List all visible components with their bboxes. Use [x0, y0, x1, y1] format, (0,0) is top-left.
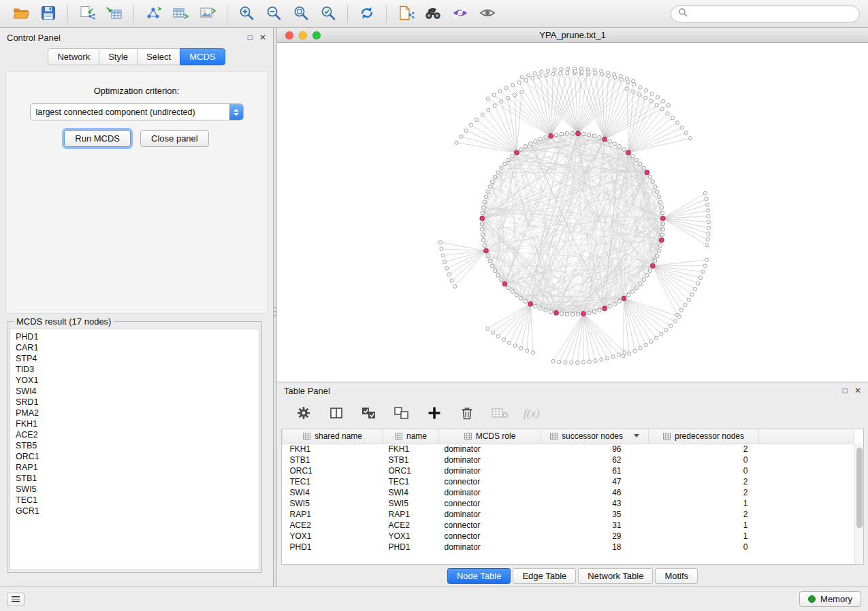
graph-leaf-node[interactable] — [546, 69, 549, 72]
close-panel-icon[interactable]: ✕ — [259, 33, 266, 42]
table-row[interactable]: SWI5 SWI5 connector 43 1 — [283, 498, 854, 509]
graph-leaf-node[interactable] — [551, 359, 555, 363]
graph-leaf-node[interactable] — [622, 354, 625, 358]
graph-leaf-node[interactable] — [684, 131, 688, 135]
graph-node[interactable] — [500, 278, 503, 281]
graph-node[interactable] — [576, 312, 579, 316]
graph-node[interactable] — [658, 244, 662, 247]
tab-select[interactable]: Select — [137, 48, 180, 65]
graph-leaf-node[interactable] — [706, 237, 709, 241]
graph-node[interactable] — [507, 158, 510, 161]
graph-dominator-node[interactable] — [645, 170, 649, 175]
graph-leaf-node[interactable] — [705, 203, 709, 206]
graph-node[interactable] — [488, 185, 492, 188]
graph-leaf-node[interactable] — [707, 232, 710, 235]
sort-descending-icon[interactable] — [634, 434, 639, 437]
graph-leaf-node[interactable] — [705, 244, 709, 247]
graph-node[interactable] — [570, 312, 574, 316]
mcds-result-item[interactable]: YOX1 — [16, 375, 259, 386]
graph-leaf-node[interactable] — [553, 68, 556, 71]
mcds-result-item[interactable]: GCR1 — [16, 506, 259, 516]
memory-button[interactable]: Memory — [799, 591, 861, 607]
graph-leaf-node[interactable] — [671, 116, 674, 120]
show-details-button[interactable] — [475, 3, 500, 24]
mcds-result-item[interactable]: SRD1 — [16, 397, 259, 408]
network-canvas[interactable] — [277, 43, 868, 382]
graph-node[interactable] — [560, 312, 563, 315]
graph-node[interactable] — [486, 190, 489, 193]
graph-leaf-node[interactable] — [524, 78, 528, 82]
graph-leaf-node[interactable] — [662, 99, 665, 103]
graph-leaf-node[interactable] — [487, 108, 490, 112]
graph-leaf-node[interactable] — [627, 352, 630, 355]
graph-leaf-node[interactable] — [445, 267, 449, 270]
graph-leaf-node[interactable] — [675, 121, 679, 125]
minimize-window-icon[interactable] — [299, 31, 307, 39]
tab-edge-table[interactable]: Edge Table — [513, 568, 576, 584]
graph-leaf-node[interactable] — [698, 276, 702, 279]
graph-node[interactable] — [642, 278, 645, 281]
graph-leaf-node[interactable] — [600, 73, 604, 76]
graph-node[interactable] — [507, 286, 510, 289]
graph-node[interactable] — [481, 227, 484, 231]
criterion-select[interactable]: largest connected component (undirected) — [30, 103, 244, 120]
graph-leaf-node[interactable] — [551, 72, 555, 76]
graph-node[interactable] — [500, 166, 503, 169]
graph-node[interactable] — [617, 299, 621, 303]
graph-node[interactable] — [488, 259, 492, 263]
graph-leaf-node[interactable] — [493, 104, 496, 108]
graph-leaf-node[interactable] — [531, 76, 534, 80]
graph-leaf-node[interactable] — [684, 303, 687, 307]
graph-leaf-node[interactable] — [701, 270, 705, 274]
graph-node[interactable] — [483, 200, 486, 203]
graph-leaf-node[interactable] — [666, 103, 670, 107]
graph-leaf-node[interactable] — [656, 96, 659, 99]
mcds-result-item[interactable]: SWI4 — [16, 386, 259, 397]
table-row[interactable]: SWI4 SWI4 dominator 46 2 — [283, 487, 854, 498]
graph-leaf-node[interactable] — [538, 75, 541, 78]
graph-dominator-node[interactable] — [602, 306, 607, 311]
graph-node[interactable] — [565, 312, 568, 316]
show-columns-button[interactable] — [327, 405, 345, 423]
graph-leaf-node[interactable] — [525, 349, 528, 352]
graph-leaf-node[interactable] — [564, 361, 567, 364]
graph-node[interactable] — [493, 269, 496, 272]
graph-node[interactable] — [481, 238, 485, 242]
graph-leaf-node[interactable] — [507, 341, 511, 344]
graph-leaf-node[interactable] — [441, 254, 445, 257]
zoom-in-button[interactable] — [234, 3, 259, 24]
graph-leaf-node[interactable] — [517, 81, 521, 84]
graph-leaf-node[interactable] — [679, 308, 683, 312]
close-panel-button[interactable]: Close panel — [140, 130, 209, 147]
graph-dominator-node[interactable] — [581, 312, 586, 316]
graph-leaf-node[interactable] — [607, 74, 610, 78]
graph-dominator-node[interactable] — [480, 216, 485, 221]
column-header-predecessor-nodes[interactable]: predecessor nodes — [649, 429, 759, 444]
graph-node[interactable] — [592, 310, 596, 313]
graph-node[interactable] — [613, 302, 616, 306]
graph-leaf-node[interactable] — [633, 349, 637, 352]
graph-node[interactable] — [549, 310, 552, 313]
graph-node[interactable] — [657, 249, 660, 252]
graph-node[interactable] — [511, 154, 514, 158]
mcds-result-item[interactable]: FKH1 — [16, 418, 259, 429]
graph-leaf-node[interactable] — [540, 70, 543, 73]
graph-leaf-node[interactable] — [532, 351, 535, 354]
graph-leaf-node[interactable] — [558, 360, 561, 363]
graph-node[interactable] — [484, 195, 487, 199]
graph-dominator-node[interactable] — [502, 282, 507, 286]
graph-node[interactable] — [656, 190, 659, 193]
search-network-button[interactable] — [420, 3, 446, 24]
graph-node[interactable] — [634, 286, 638, 289]
graph-leaf-node[interactable] — [617, 353, 620, 357]
graph-leaf-node[interactable] — [533, 71, 536, 75]
graph-leaf-node[interactable] — [486, 327, 489, 330]
maximize-window-icon[interactable] — [312, 31, 321, 39]
graph-node[interactable] — [613, 142, 616, 146]
tab-network-table[interactable]: Network Table — [578, 568, 653, 584]
graph-node[interactable] — [519, 148, 523, 151]
graph-node[interactable] — [658, 200, 662, 203]
graph-dominator-node[interactable] — [650, 263, 655, 268]
table-row[interactable]: RAP1 RAP1 dominator 35 2 — [283, 509, 854, 520]
graph-leaf-node[interactable] — [706, 209, 709, 212]
